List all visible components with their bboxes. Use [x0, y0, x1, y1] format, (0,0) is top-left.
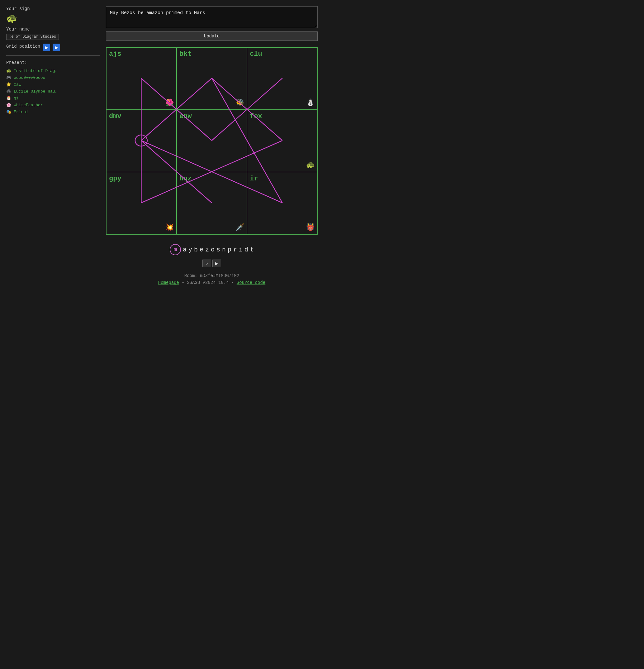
cell-label-fox: fox: [250, 113, 262, 120]
letter-row: m a y b e z o s n p r i d t: [106, 244, 318, 255]
cell-emoji-gpy: 💥: [165, 223, 174, 231]
grid: ajs 🌺 bkt 🐝 clu ⛄ dmv enw: [106, 47, 318, 234]
cell-label-gpy: gpy: [109, 175, 121, 183]
sign-emoji: 🐢: [6, 13, 100, 24]
user-emoji-6: 🎭: [6, 109, 11, 114]
cell-label-clu: clu: [250, 50, 262, 58]
user-emoji-2: ⭐: [6, 82, 11, 87]
name-badge: :e of Diagram Studies: [6, 34, 59, 40]
user-name-2[interactable]: Cal: [14, 82, 21, 87]
room-info: Room: mDZfeJMTMDG7iM2: [106, 273, 318, 278]
user-name-1[interactable]: oooo0v0v0oooo: [14, 75, 45, 80]
letter-p: p: [228, 246, 231, 253]
user-name-4[interactable]: gi: [14, 96, 19, 101]
letter-a: a: [183, 246, 187, 253]
present-list: 🐢 Institute of Diag… 🎮 oooo0v0v0oooo ⭐ C…: [6, 68, 100, 114]
user-name-0[interactable]: Institute of Diag…: [14, 69, 57, 73]
cell-emoji-ajs: 🌺: [165, 98, 174, 107]
room-label: Room:: [184, 273, 200, 278]
grid-wrapper: ajs 🌺 bkt 🐝 clu ⛄ dmv enw: [106, 47, 318, 234]
cell-ir: ir 👹: [247, 172, 317, 234]
footer-middle: - SSASB v2024.10.4 -: [181, 280, 236, 285]
list-item: 🎭 Erinni: [6, 109, 100, 114]
your-sign-label: Your sign: [6, 6, 100, 11]
letter-b: b: [194, 246, 198, 253]
your-name-label: Your name: [6, 27, 100, 32]
message-input[interactable]: May <span class="bezos-underline">Bezos<…: [106, 6, 318, 28]
cell-emoji-clu: ⛄: [306, 98, 314, 107]
footer-links: Homepage - SSASB v2024.10.4 - Source cod…: [106, 280, 318, 285]
nav-btns: ○ ▶: [106, 259, 318, 267]
m-letter: m: [174, 246, 177, 253]
cell-gpy: gpy 💥: [106, 172, 177, 234]
homepage-link[interactable]: Homepage: [158, 280, 179, 285]
list-item: 🎅 gi: [6, 96, 100, 101]
main-content: May <span class="bezos-underline">Bezos<…: [106, 6, 318, 285]
letter-e: e: [200, 246, 203, 253]
cell-ajs: ajs 🌺: [106, 47, 177, 110]
cell-clu: clu ⛄: [247, 47, 317, 110]
letter-y: y: [188, 246, 192, 253]
letter-r: r: [233, 246, 237, 253]
cell-label-hqz: hqz: [179, 175, 192, 183]
cell-dmv: dmv: [106, 110, 177, 172]
user-emoji-0: 🐢: [6, 68, 11, 73]
user-emoji-3: 🕷️: [6, 89, 11, 94]
grid-position-label: Grid position: [6, 44, 40, 49]
list-item: 🌸 WhiteFeather: [6, 102, 100, 108]
cell-emoji-bkt: 🐝: [236, 98, 244, 107]
cell-label-dmv: dmv: [109, 113, 121, 120]
cell-hqz: hqz 🗡️: [177, 172, 247, 234]
cell-emoji-ir: 👹: [306, 223, 314, 231]
cell-bkt: bkt 🐝: [177, 47, 247, 110]
source-code-link[interactable]: Source code: [237, 280, 265, 285]
cell-emoji-hqz: 🗡️: [236, 223, 244, 231]
nav-arrow-btn[interactable]: ▶: [213, 259, 221, 267]
cell-label-enw: enw: [179, 113, 192, 120]
update-button[interactable]: Update: [106, 31, 318, 41]
user-emoji-4: 🎅: [6, 96, 11, 101]
cell-label-ajs: ajs: [109, 50, 121, 58]
list-item: 🐢 Institute of Diag…: [6, 68, 100, 73]
grid-position-btn-2[interactable]: ▶: [53, 44, 60, 51]
list-item: ⭐ Cal: [6, 82, 100, 87]
cell-fox: fox 🐢: [247, 110, 317, 172]
letter-o: o: [211, 246, 215, 253]
cell-label-ir: ir: [250, 175, 258, 183]
grid-position-btn-1[interactable]: ▶: [43, 44, 50, 51]
bottom-section: m a y b e z o s n p r i d t ○ ▶ R: [106, 244, 318, 285]
divider: [6, 55, 100, 56]
letter-d: d: [245, 246, 248, 253]
user-emoji-5: 🌸: [6, 102, 11, 108]
letter-i: i: [239, 246, 243, 253]
list-item: 🎮 oooo0v0v0oooo: [6, 75, 100, 80]
letter-n: n: [222, 246, 226, 253]
cell-label-bkt: bkt: [179, 50, 192, 58]
letter-t: t: [250, 246, 254, 253]
cell-emoji-fox: 🐢: [306, 161, 314, 169]
room-id: mDZfeJMTMDG7iM2: [200, 273, 239, 278]
user-emoji-1: 🎮: [6, 75, 11, 80]
present-label: Present:: [6, 60, 100, 65]
letter-s: s: [217, 246, 220, 253]
nav-circle-btn[interactable]: ○: [202, 259, 211, 267]
sidebar: Your sign 🐢 Your name :e of Diagram Stud…: [6, 6, 100, 285]
user-name-5[interactable]: WhiteFeather: [14, 103, 43, 108]
letter-z: z: [205, 246, 209, 253]
list-item: 🕷️ Lucile Olympe Hau…: [6, 89, 100, 94]
m-circle: m: [170, 244, 181, 255]
user-name-6[interactable]: Erinni: [14, 110, 28, 114]
cell-enw: enw: [177, 110, 247, 172]
user-name-3[interactable]: Lucile Olympe Hau…: [14, 89, 57, 94]
